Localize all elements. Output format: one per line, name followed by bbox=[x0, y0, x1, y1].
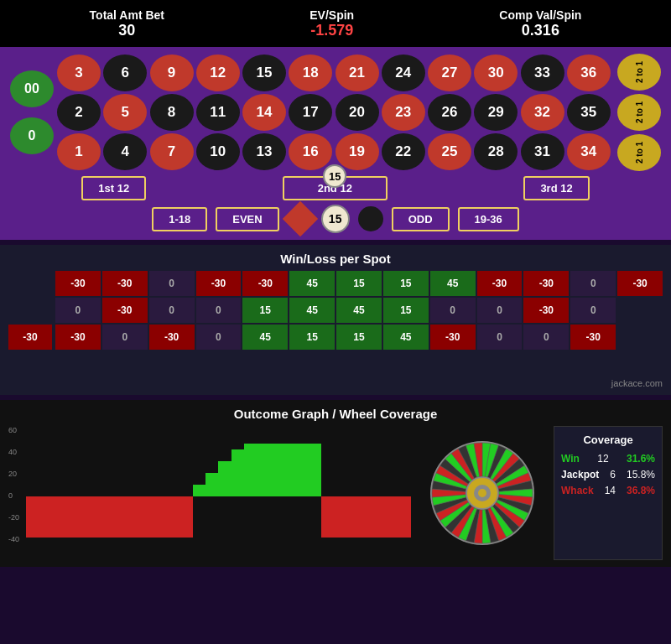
num-14[interactable]: 14 bbox=[242, 94, 286, 131]
wl-side-label: -30 bbox=[8, 325, 52, 350]
wl-r2-c13 bbox=[617, 298, 663, 323]
bar-27 bbox=[193, 426, 205, 543]
num-6[interactable]: 6 bbox=[103, 55, 147, 91]
num-11[interactable]: 11 bbox=[196, 94, 240, 131]
side-bet-top[interactable]: 2 to 1 bbox=[617, 54, 661, 91]
coverage-win-count: 12 bbox=[597, 453, 608, 465]
num-12[interactable]: 12 bbox=[196, 55, 240, 91]
num-9[interactable]: 9 bbox=[150, 55, 194, 91]
num-30[interactable]: 30 bbox=[474, 55, 518, 91]
y-axis-labels: 60 40 20 0 -20 -40 bbox=[8, 426, 19, 543]
ball-indicator-bottom: 15 bbox=[321, 205, 350, 233]
num-2[interactable]: 2 bbox=[57, 94, 101, 131]
num-25[interactable]: 25 bbox=[428, 133, 471, 170]
num-5[interactable]: 5 bbox=[103, 94, 147, 131]
wl-r3-c8: 45 bbox=[383, 325, 429, 350]
wl-row-1: -30 -30 0 -30 -30 45 15 15 45 -30 -30 0 … bbox=[55, 271, 663, 296]
num-32[interactable]: 32 bbox=[521, 94, 564, 131]
total-amt-bet-block: Total Amt Bet 30 bbox=[90, 8, 164, 39]
comp-val-spin-block: Comp Val/Spin 0.316 bbox=[499, 8, 581, 39]
num-13[interactable]: 13 bbox=[242, 133, 286, 170]
wl-r2-c11: -30 bbox=[523, 298, 569, 323]
num-10[interactable]: 10 bbox=[196, 133, 240, 170]
num-21[interactable]: 21 bbox=[336, 55, 379, 91]
num-28[interactable]: 28 bbox=[474, 133, 518, 170]
numbers-grid: 3 6 9 12 15 18 21 24 27 30 33 36 2 5 8 1… bbox=[57, 55, 611, 170]
wl-row-3: -30 0 -30 0 45 15 15 45 -30 0 0 -30 bbox=[55, 325, 663, 350]
num-15[interactable]: 15 bbox=[242, 55, 286, 91]
coverage-win-pct: 31.6% bbox=[627, 453, 655, 465]
ball-on-2nd-dozen: 15 bbox=[323, 164, 346, 188]
num-3[interactable]: 3 bbox=[57, 55, 101, 91]
num-35[interactable]: 35 bbox=[567, 94, 611, 131]
wl-r2-c2: -30 bbox=[102, 298, 148, 323]
single-zero[interactable]: 0 bbox=[10, 117, 54, 154]
coverage-win-label: Win bbox=[561, 453, 580, 465]
num-27[interactable]: 27 bbox=[428, 55, 471, 91]
even-bet[interactable]: EVEN bbox=[216, 207, 278, 231]
coverage-area: Coverage Win 12 31.6% Jackpot 6 15.8% Wh… bbox=[554, 426, 663, 560]
bar-45 bbox=[309, 426, 321, 543]
wl-r3-c3: -30 bbox=[149, 325, 195, 350]
comp-val-spin-value: 0.316 bbox=[499, 22, 581, 39]
wl-r3-c2: 0 bbox=[102, 325, 148, 350]
third-dozen-bet[interactable]: 3rd 12 bbox=[523, 176, 589, 200]
num-1[interactable]: 1 bbox=[57, 133, 101, 170]
y-label-60: 60 bbox=[8, 426, 19, 434]
low-bet[interactable]: 1-18 bbox=[152, 207, 207, 231]
coverage-title: Coverage bbox=[561, 434, 655, 446]
odd-bet[interactable]: ODD bbox=[392, 207, 450, 231]
wl-r2-c6: 45 bbox=[289, 298, 335, 323]
outcome-content: 60 40 20 0 -20 -40 bbox=[8, 426, 663, 560]
jackace-label: jackace.com bbox=[8, 378, 663, 388]
bar-37 bbox=[257, 426, 269, 543]
black-oval-bottom bbox=[358, 206, 383, 231]
num-23[interactable]: 23 bbox=[382, 94, 425, 131]
num-17[interactable]: 17 bbox=[289, 94, 332, 131]
wl-r2-c8: 15 bbox=[383, 298, 429, 323]
side-bet-bot[interactable]: 2 to 1 bbox=[617, 134, 661, 171]
bar-29 bbox=[205, 426, 218, 543]
double-zero[interactable]: 00 bbox=[10, 70, 54, 107]
num-34[interactable]: 34 bbox=[567, 133, 611, 170]
num-7[interactable]: 7 bbox=[150, 133, 194, 170]
wl-r1-c5: -30 bbox=[242, 271, 288, 296]
outcome-title: Outcome Graph / Wheel Coverage bbox=[8, 407, 663, 421]
num-33[interactable]: 33 bbox=[521, 55, 564, 91]
bar-23 bbox=[167, 426, 179, 543]
wl-r3-c9: -30 bbox=[430, 325, 476, 350]
wl-r1-c9: 45 bbox=[430, 271, 476, 296]
num-18[interactable]: 18 bbox=[289, 55, 332, 91]
coverage-win-row: Win 12 31.6% bbox=[561, 453, 655, 465]
bar-25 bbox=[180, 426, 193, 543]
bar-31 bbox=[360, 426, 372, 543]
bar-25 bbox=[321, 426, 334, 543]
wl-r1-c8: 15 bbox=[383, 271, 429, 296]
bar-33 bbox=[372, 426, 385, 543]
wl-r3-c4: 0 bbox=[196, 325, 242, 350]
wl-r1-c2: -30 bbox=[102, 271, 148, 296]
wl-r2-c3: 0 bbox=[149, 298, 195, 323]
num-24[interactable]: 24 bbox=[382, 55, 425, 91]
wl-row-2: 0 -30 0 0 15 45 45 15 0 0 -30 0 bbox=[55, 298, 663, 323]
coverage-whack-label: Whack bbox=[561, 485, 594, 496]
y-label-40: 40 bbox=[8, 448, 19, 456]
wl-r1-c6: 45 bbox=[289, 271, 335, 296]
stats-bar: Total Amt Bet 30 EV/Spin -1.579 Comp Val… bbox=[0, 0, 671, 47]
coverage-whack-row: Whack 14 36.8% bbox=[561, 485, 655, 496]
num-8[interactable]: 8 bbox=[150, 94, 194, 131]
red-diamond[interactable] bbox=[282, 201, 317, 236]
num-36[interactable]: 36 bbox=[567, 55, 611, 91]
num-26[interactable]: 26 bbox=[428, 94, 471, 131]
outcome-section: Outcome Graph / Wheel Coverage 60 40 20 … bbox=[0, 400, 671, 567]
side-bet-mid[interactable]: 2 to 1 bbox=[617, 94, 661, 131]
num-29[interactable]: 29 bbox=[474, 94, 518, 131]
high-bet[interactable]: 19-36 bbox=[458, 207, 519, 231]
num-20[interactable]: 20 bbox=[336, 94, 379, 131]
num-31[interactable]: 31 bbox=[521, 133, 564, 170]
num-4[interactable]: 4 bbox=[103, 133, 147, 170]
bar-27 bbox=[334, 426, 346, 543]
first-dozen-bet[interactable]: 1st 12 bbox=[81, 176, 146, 200]
total-amt-bet-label: Total Amt Bet bbox=[90, 8, 164, 22]
num-22[interactable]: 22 bbox=[382, 133, 425, 170]
